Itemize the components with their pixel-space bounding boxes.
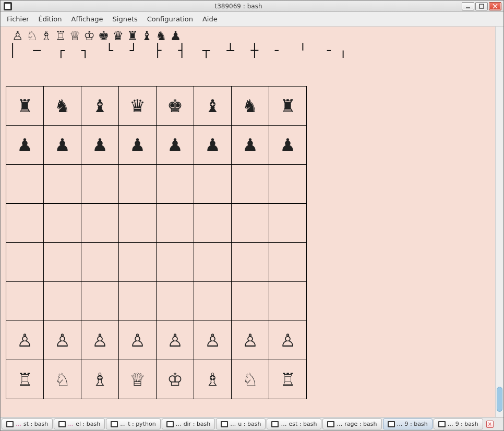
menu-édition[interactable]: Édition — [39, 15, 62, 23]
board-square[interactable] — [194, 242, 232, 281]
board-square[interactable]: ♜ — [269, 86, 307, 125]
board-square[interactable] — [6, 203, 44, 242]
titlebar: t389069 : bash — [1, 1, 503, 12]
board-square[interactable] — [6, 164, 44, 203]
board-square[interactable] — [119, 203, 157, 242]
task-button[interactable]: …9 : bash — [383, 418, 433, 429]
board-square[interactable]: ♟ — [157, 125, 194, 164]
board-square[interactable]: ♟ — [194, 125, 232, 164]
menu-configuration[interactable]: Configuration — [147, 15, 193, 23]
board-square[interactable] — [232, 242, 269, 281]
board-square[interactable]: ♗ — [194, 360, 232, 399]
board-square[interactable]: ♘ — [232, 360, 269, 399]
board-square[interactable] — [44, 242, 81, 281]
terminal-icon — [4, 2, 12, 10]
board-square[interactable] — [194, 164, 232, 203]
board-square[interactable] — [119, 242, 157, 281]
task-label: est : bash — [289, 421, 317, 427]
board-row — [6, 281, 307, 321]
board-square[interactable] — [81, 164, 119, 203]
board-square[interactable]: ♟ — [44, 125, 81, 164]
board-square[interactable]: ♟ — [119, 125, 157, 164]
task-button[interactable]: …st : bash — [2, 418, 53, 429]
board-square[interactable] — [44, 281, 81, 321]
board-square[interactable] — [157, 203, 194, 242]
close-button[interactable] — [489, 2, 501, 10]
board-square[interactable]: ♕ — [119, 360, 157, 399]
terminal-content[interactable]: ♙♘♗♖♕♔♚♛♜♝♞♟ │ ─ ┌ ┐ └ ┘ ├ ┤ ┬ ┴ ┼ ╴ ╵ ╶… — [1, 27, 495, 417]
board-square[interactable] — [269, 281, 307, 321]
board-square[interactable]: ♝ — [81, 86, 119, 125]
board-square[interactable] — [269, 242, 307, 281]
minimize-button[interactable] — [462, 2, 474, 10]
board-square[interactable] — [157, 281, 194, 321]
task-button[interactable]: …t : python — [106, 418, 161, 429]
piece-glyph: ♚ — [98, 30, 110, 42]
maximize-button[interactable] — [475, 2, 488, 10]
board-square[interactable]: ♟ — [81, 125, 119, 164]
vertical-scrollbar[interactable] — [495, 27, 503, 417]
terminal-icon — [271, 421, 279, 427]
board-square[interactable] — [232, 281, 269, 321]
task-button[interactable]: …dir : bash — [162, 418, 215, 429]
menu-signets[interactable]: Signets — [113, 15, 138, 23]
board-square[interactable] — [232, 164, 269, 203]
board-square[interactable]: ♙ — [6, 321, 44, 360]
board-square[interactable]: ♜ — [6, 86, 44, 125]
board-square[interactable] — [6, 242, 44, 281]
board-square[interactable] — [44, 164, 81, 203]
board-square[interactable]: ♟ — [232, 125, 269, 164]
task-button[interactable]: …u : bash — [216, 418, 266, 429]
menu-fichier[interactable]: Fichier — [7, 15, 29, 23]
board-square[interactable] — [119, 164, 157, 203]
board-square[interactable] — [81, 281, 119, 321]
board-square[interactable]: ♛ — [119, 86, 157, 125]
task-button[interactable]: …est : bash — [267, 418, 321, 429]
board-square[interactable]: ♟ — [6, 125, 44, 164]
menu-aide[interactable]: Aide — [202, 15, 218, 23]
board-square[interactable] — [157, 164, 194, 203]
board-square[interactable] — [232, 203, 269, 242]
board-square[interactable]: ♞ — [232, 86, 269, 125]
board-square[interactable] — [6, 281, 44, 321]
content-area: ♙♘♗♖♕♔♚♛♜♝♞♟ │ ─ ┌ ┐ └ ┘ ├ ┤ ┬ ┴ ┼ ╴ ╵ ╶… — [1, 27, 503, 417]
board-square[interactable]: ♟ — [269, 125, 307, 164]
task-button[interactable]: …el : bash — [54, 418, 105, 429]
board-square[interactable] — [194, 281, 232, 321]
board-square[interactable]: ♙ — [44, 321, 81, 360]
board-square[interactable]: ♗ — [81, 360, 119, 399]
board-square[interactable]: ♙ — [269, 321, 307, 360]
board-square[interactable]: ♔ — [157, 360, 194, 399]
board-square[interactable]: ♝ — [194, 86, 232, 125]
board-square[interactable] — [194, 203, 232, 242]
board-square[interactable]: ♙ — [157, 321, 194, 360]
board-square[interactable] — [119, 281, 157, 321]
board-square[interactable] — [269, 203, 307, 242]
board-square[interactable] — [44, 203, 81, 242]
board-square[interactable]: ♙ — [232, 321, 269, 360]
board-square[interactable] — [81, 242, 119, 281]
board-square[interactable]: ♙ — [194, 321, 232, 360]
scrollbar-thumb[interactable] — [497, 387, 502, 412]
close-tab-button[interactable]: × — [486, 421, 494, 428]
board-square[interactable]: ♚ — [157, 86, 194, 125]
chess-board: ♜♞♝♛♚♝♞♜♟♟♟♟♟♟♟♟♙♙♙♙♙♙♙♙♖♘♗♕♔♗♘♖ — [6, 86, 307, 399]
task-button[interactable]: …rage : bash — [322, 418, 381, 429]
board-square[interactable]: ♙ — [119, 321, 157, 360]
board-square[interactable]: ♖ — [269, 360, 307, 399]
terminal-icon — [58, 421, 66, 427]
terminal-icon — [327, 421, 334, 427]
board-row: ♙♙♙♙♙♙♙♙ — [6, 321, 307, 360]
task-label: rage : bash — [344, 421, 377, 427]
board-square[interactable] — [157, 242, 194, 281]
task-label: 9 : bash — [455, 421, 478, 427]
board-square[interactable] — [81, 203, 119, 242]
board-square[interactable]: ♘ — [44, 360, 81, 399]
board-square[interactable]: ♞ — [44, 86, 81, 125]
task-prefix: … — [337, 421, 342, 427]
menu-affichage[interactable]: Affichage — [71, 15, 103, 23]
board-square[interactable] — [269, 164, 307, 203]
task-button[interactable]: …9 : bash — [434, 418, 483, 429]
board-square[interactable]: ♙ — [81, 321, 119, 360]
board-square[interactable]: ♖ — [6, 360, 44, 399]
